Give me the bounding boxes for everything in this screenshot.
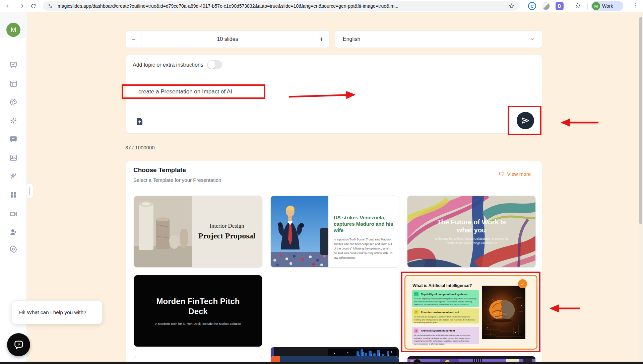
template-interior-design[interactable]: Interior Design Project Proposal (134, 196, 262, 268)
template-subtitle: Embracing the Shift to Remote Collaborat… (435, 237, 508, 245)
point-number: 1. (414, 292, 419, 296)
choose-template-card: Choose Template Select a Template for yo… (126, 161, 542, 364)
template-title: US strikes Venezuela, captures Maduro an… (334, 215, 393, 233)
send-icon (521, 116, 530, 125)
toolbar-separator (587, 3, 588, 9)
template-future-of-work[interactable]: The Future of Work Is what you Embracing… (407, 196, 536, 268)
ai-point-2: 2. Perceive environment and act AI syste… (412, 308, 479, 323)
topic-toggle-label: Add topic or extra instructions (133, 62, 203, 68)
chatbot-icon (13, 339, 24, 351)
topic-input[interactable] (138, 86, 279, 98)
url-bar[interactable]: magicslides.app/dashboard/create?outline… (43, 1, 519, 11)
sidebar-item-settings[interactable] (9, 245, 17, 253)
news-photo (271, 196, 328, 267)
sidebar-item-templates[interactable] (9, 80, 17, 88)
selected-check-icon: ✓ (518, 279, 527, 288)
interior-photo (134, 196, 192, 267)
forward-icon[interactable] (17, 2, 25, 10)
increase-slides-button[interactable]: + (314, 31, 329, 48)
toggle-knob (208, 61, 215, 69)
language-select[interactable]: English (335, 30, 542, 48)
sidebar-item-apps[interactable] (9, 191, 17, 199)
site-settings-icon[interactable] (48, 3, 53, 10)
sidebar-item-slides[interactable] (9, 135, 17, 143)
upload-file-button[interactable] (136, 117, 144, 126)
template-body: In a post on Truth Social, Trump said Ma… (334, 237, 393, 260)
bookmark-star-icon[interactable] (509, 3, 515, 10)
view-more-button[interactable]: View more (499, 171, 531, 177)
character-counter: 37 / 1000000 (125, 145, 155, 150)
template-title: What is Artificial Intelligence? (412, 283, 472, 288)
sidebar-item-ai-magic[interactable] (9, 117, 17, 125)
slide-count-stepper: − 10 slides + (126, 30, 329, 48)
chat-launcher-button[interactable] (7, 333, 30, 356)
chat-greeting-bubble[interactable]: Hi! What can I help you with? (11, 300, 103, 324)
point-heading: Artificial system in context (421, 329, 455, 332)
sidebar-item-presentations[interactable] (9, 61, 17, 69)
sidebar-item-invite[interactable] (9, 228, 17, 236)
template-title: Interior Design (209, 223, 244, 229)
point-heading: Perceive environment and act (421, 311, 459, 314)
topic-toggle[interactable] (207, 60, 222, 69)
extension-gray-icon[interactable] (542, 2, 550, 10)
choose-template-title: Choose Template (133, 166, 186, 174)
topic-input-card: Add topic or extra instructions (126, 55, 542, 133)
point-body: AI is the capability of computational sy… (414, 297, 477, 306)
screen: magicslides.app/dashboard/create?outline… (0, 0, 643, 364)
screen-icon (499, 171, 505, 177)
point-number: 3. (414, 329, 419, 333)
ai-point-1: 1. Capability of computational systems A… (412, 290, 479, 307)
language-value: English (343, 36, 360, 42)
extension-d-icon[interactable]: D (556, 2, 564, 10)
chevron-down-icon (530, 37, 535, 42)
sidebar-item-ai-generate[interactable] (9, 172, 17, 180)
slide-count-display: 10 slides (141, 36, 314, 42)
point-heading: Capability of computational systems (421, 293, 467, 296)
sidebar-item-video[interactable] (9, 210, 17, 218)
sidebar-item-themes[interactable] (9, 98, 17, 106)
reload-icon[interactable] (29, 2, 37, 10)
workspace-avatar[interactable]: M (6, 23, 20, 37)
profile-name: Work (602, 3, 613, 9)
point-body: AI systems are designed to perceive thei… (414, 315, 477, 324)
point-body: AI can be defined as an artificial syste… (414, 334, 477, 346)
url-text[interactable]: magicslides.app/dashboard/create?outline… (58, 3, 398, 9)
decrease-slides-button[interactable]: − (126, 31, 141, 48)
profile-chip[interactable]: M Work (591, 1, 623, 11)
template-title: The Future of Work Is what you (431, 218, 512, 234)
back-icon[interactable] (5, 2, 12, 10)
ai-point-3: 3. Artificial system in context AI can b… (412, 327, 479, 344)
extensions-puzzle-icon[interactable] (574, 2, 582, 10)
browser-menu-icon[interactable]: ⋮ (633, 2, 638, 8)
browser-toolbar: magicslides.app/dashboard/create?outline… (0, 0, 643, 12)
choose-template-subtitle: Select a Template for your Presentation (133, 177, 221, 183)
brain-image (482, 286, 525, 339)
template-subtitle: Project Proposal (198, 231, 255, 240)
point-number: 2. (414, 310, 419, 314)
scrollbar-track (639, 12, 643, 362)
bottom-edge-strip (0, 362, 643, 364)
template-news[interactable]: US strikes Venezuela, captures Maduro an… (270, 196, 399, 268)
sidebar-collapse-handle[interactable] (27, 183, 33, 199)
extension-c-icon[interactable]: C (528, 2, 536, 10)
generate-send-button[interactable] (517, 112, 534, 129)
template-what-is-ai-selected[interactable]: What is Artificial Intelligence? 1. Capa… (404, 275, 537, 350)
divider (126, 77, 542, 77)
sidebar-item-images[interactable] (9, 154, 17, 162)
template-title: Morden FinTech Pitch Deck (156, 296, 240, 316)
template-fintech[interactable]: Morden FinTech Pitch Deck A Mordern Tech… (134, 275, 262, 347)
template-subtitle: A Mordern Tech for a Pitch Deck, Include… (155, 322, 241, 325)
profile-avatar: M (592, 2, 600, 10)
scrollbar-thumb[interactable] (639, 17, 642, 224)
